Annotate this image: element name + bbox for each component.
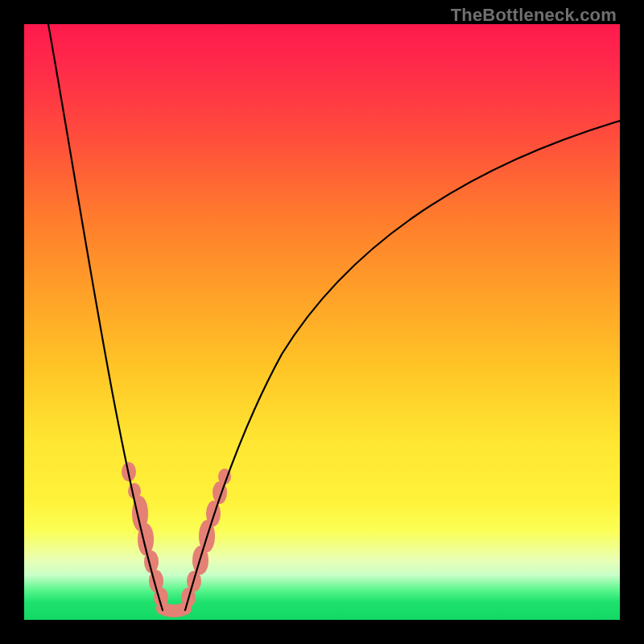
watermark-text: TheBottleneck.com xyxy=(451,5,617,26)
curve-right-branch xyxy=(185,121,620,610)
svg-point-11 xyxy=(206,501,221,526)
marker-base-segment xyxy=(163,609,185,611)
marker-cluster-left xyxy=(122,462,168,607)
plot-area xyxy=(24,24,620,620)
curve-layer xyxy=(24,24,620,620)
